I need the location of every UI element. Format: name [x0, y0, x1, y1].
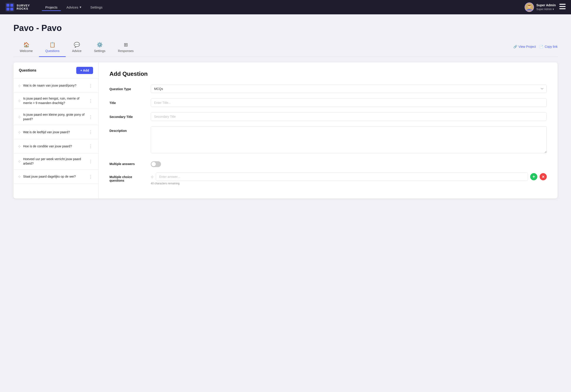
add-question-button[interactable]: + Add: [76, 67, 93, 74]
main-layout: Questions + Add ⊹ Wat is de naam van jou…: [14, 62, 557, 198]
mcq-add-button[interactable]: +: [530, 173, 537, 180]
form-panel: Add Question Question Type MCQs Text Num…: [99, 62, 557, 198]
copy-icon: 📄: [539, 45, 543, 48]
brand-logo-link[interactable]: SURVEY ROCKS: [5, 3, 35, 12]
description-row: Description: [109, 126, 547, 154]
more-options-icon[interactable]: ⋮: [87, 129, 94, 135]
avatar: [525, 2, 534, 12]
survey-rocks-logo: [5, 3, 14, 12]
tabs-bar: 🏠 Welcome 📋 Questions 💬 Advice ⚙️ Settin…: [14, 40, 557, 57]
question-type-select[interactable]: MCQs Text Number Boolean Slider: [151, 84, 547, 93]
multiple-answers-toggle[interactable]: [151, 161, 161, 167]
navbar: SURVEY ROCKS Projects Advices ▾ Settings: [0, 0, 571, 14]
multiple-choice-row: Multiple choice questions ⊹ + × 40 chara…: [109, 172, 547, 185]
more-options-icon[interactable]: ⋮: [87, 98, 94, 104]
title-control: [151, 98, 547, 107]
list-item[interactable]: ⊹ Is jouw paard een hengst, ruin, merrie…: [14, 93, 99, 109]
description-control: [151, 126, 547, 154]
list-item[interactable]: ⊹ Wat is de leeftijd van jouw paard? ⋮: [14, 125, 99, 139]
drag-handle-icon[interactable]: ⊹: [18, 130, 21, 134]
nav-advices[interactable]: Advices ▾: [63, 3, 85, 11]
sidebar-title: Questions: [19, 68, 36, 72]
question-type-row: Question Type MCQs Text Number Boolean S…: [109, 84, 547, 93]
drag-handle-icon[interactable]: ⊹: [18, 115, 21, 119]
drag-handle-icon[interactable]: ⊹: [18, 84, 21, 88]
tab-settings[interactable]: ⚙️ Settings: [88, 40, 112, 57]
copy-link-link[interactable]: 📄 Copy link: [539, 45, 557, 48]
question-type-control: MCQs Text Number Boolean Slider: [151, 84, 547, 93]
description-textarea[interactable]: [151, 126, 547, 153]
chars-remaining: 40 characters remaining: [151, 182, 547, 185]
list-item[interactable]: ⊹ Wat is de naam van jouw paard/pony? ⋮: [14, 79, 99, 93]
drag-handle-icon[interactable]: ⊹: [18, 159, 21, 164]
nav-settings[interactable]: Settings: [87, 4, 106, 11]
nav-projects[interactable]: Projects: [42, 4, 61, 11]
nav-right: Super Admin Super Admin ▾: [525, 2, 566, 12]
mcq-drag-handle-icon[interactable]: ⊹: [151, 175, 154, 179]
mcq-remove-button[interactable]: ×: [540, 173, 547, 180]
page-content: Pavo - Pavo 🏠 Welcome 📋 Questions 💬 Advi…: [0, 14, 571, 208]
mcq-answer-row: ⊹ + ×: [151, 172, 547, 181]
more-options-icon[interactable]: ⋮: [87, 158, 94, 165]
more-options-icon[interactable]: ⋮: [87, 143, 94, 150]
svg-rect-2: [10, 4, 13, 7]
secondary-title-control: [151, 112, 547, 121]
list-item[interactable]: ⊹ Is jouw paard een kleine pony, grote p…: [14, 109, 99, 125]
list-item[interactable]: ⊹ Hoeveel uur per week verricht jouw paa…: [14, 154, 99, 169]
tab-actions: 🔗 View Project 📄 Copy link: [513, 45, 557, 52]
multiple-choice-control: ⊹ + × 40 characters remaining: [151, 172, 547, 185]
layers-icon[interactable]: [559, 4, 566, 11]
svg-rect-8: [559, 4, 566, 5]
svg-rect-1: [6, 4, 9, 7]
multiple-answers-control: [151, 159, 547, 167]
svg-rect-4: [10, 8, 13, 11]
user-menu[interactable]: Super Admin Super Admin ▾: [525, 2, 556, 12]
mcq-answer-input[interactable]: [156, 172, 528, 181]
question-type-label: Question Type: [109, 84, 145, 91]
more-options-icon[interactable]: ⋮: [87, 114, 94, 120]
multiple-answers-row: Multiple answers: [109, 159, 547, 167]
drag-handle-icon[interactable]: ⊹: [18, 144, 21, 148]
more-options-icon[interactable]: ⋮: [87, 173, 94, 180]
description-label: Description: [109, 126, 145, 133]
title-label: Title: [109, 98, 145, 105]
responses-icon: ⊞: [124, 42, 128, 48]
page-title: Pavo - Pavo: [14, 23, 557, 33]
settings-icon: ⚙️: [97, 42, 103, 48]
svg-rect-3: [6, 8, 9, 11]
multiple-answers-label: Multiple answers: [109, 159, 145, 166]
nav-links: Projects Advices ▾ Settings: [42, 3, 517, 11]
secondary-title-row: Secondary Title: [109, 112, 547, 121]
view-project-link[interactable]: 🔗 View Project: [513, 45, 536, 48]
svg-rect-10: [559, 8, 566, 9]
drag-handle-icon[interactable]: ⊹: [18, 99, 21, 103]
tab-responses[interactable]: ⊞ Responses: [112, 40, 140, 57]
secondary-title-input[interactable]: [151, 112, 547, 121]
tab-welcome[interactable]: 🏠 Welcome: [14, 40, 39, 57]
secondary-title-label: Secondary Title: [109, 112, 145, 119]
home-icon: 🏠: [23, 42, 29, 48]
title-input[interactable]: [151, 98, 547, 107]
link-icon: 🔗: [513, 45, 517, 48]
drag-handle-icon[interactable]: ⊹: [18, 174, 21, 179]
tab-advice[interactable]: 💬 Advice: [66, 40, 88, 57]
sidebar-header: Questions + Add: [14, 62, 99, 79]
chevron-down-icon: ▾: [553, 7, 554, 11]
question-list: ⊹ Wat is de naam van jouw paard/pony? ⋮ …: [14, 79, 99, 184]
tab-questions[interactable]: 📋 Questions: [39, 40, 66, 57]
title-row: Title: [109, 98, 547, 107]
avatar-image: [525, 3, 533, 11]
user-text: Super Admin Super Admin ▾: [536, 3, 556, 11]
chevron-down-icon: ▾: [80, 5, 81, 9]
more-options-icon[interactable]: ⋮: [87, 82, 94, 89]
list-item[interactable]: ⊹ Staat jouw paard dagelijks op de wei? …: [14, 170, 99, 184]
multiple-choice-label: Multiple choice questions: [109, 172, 145, 182]
list-item[interactable]: ⊹ Hoe is de conditie van jouw paard? ⋮: [14, 139, 99, 154]
questions-icon: 📋: [49, 42, 55, 48]
advice-icon: 💬: [74, 42, 80, 48]
svg-rect-9: [559, 6, 566, 7]
questions-sidebar: Questions + Add ⊹ Wat is de naam van jou…: [14, 62, 99, 198]
form-title: Add Question: [109, 70, 547, 77]
brand-text: SURVEY ROCKS: [17, 4, 30, 11]
